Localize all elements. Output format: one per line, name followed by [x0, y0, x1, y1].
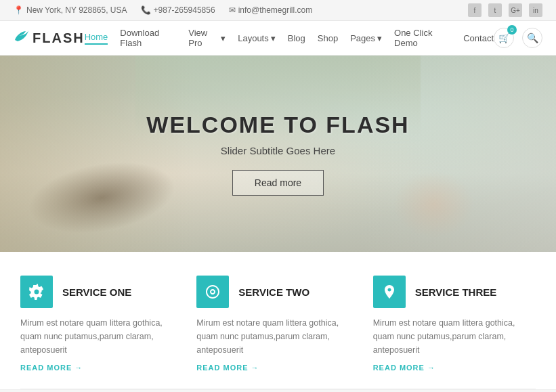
chevron-down-icon: ▾ — [271, 33, 276, 43]
hero-section: WELCOME TO FLASH Slider Subtitle Goes He… — [0, 56, 556, 252]
nav-blog[interactable]: Blog — [288, 33, 305, 43]
hero-content: WELCOME TO FLASH Slider Subtitle Goes He… — [146, 112, 409, 196]
nav-oneclickdemo[interactable]: One Click Demo — [394, 28, 451, 48]
service-item-three: SERVICE THREE Mirum est notare quam litt… — [373, 276, 536, 372]
logo-text: FLASH — [33, 30, 85, 46]
nav-home[interactable]: Home — [85, 32, 108, 45]
service-item-two: SERVICE TWO Mirum est notare quam litter… — [196, 276, 359, 372]
nav-download[interactable]: Download Flash — [120, 28, 176, 48]
logo-icon — [14, 29, 28, 47]
service-title-three: SERVICE THREE — [415, 286, 497, 298]
service-icon-two — [196, 276, 229, 308]
address: 📍 New York, NY 928865, USA — [14, 5, 127, 15]
service-item-one: SERVICE ONE Mirum est notare quam litter… — [20, 276, 183, 372]
service-title-two: SERVICE TWO — [238, 286, 309, 298]
main-nav: Home Download Flash View Pro ▾ Layouts ▾… — [85, 28, 494, 48]
chevron-down-icon: ▾ — [221, 33, 226, 43]
service-header-three: SERVICE THREE — [373, 276, 536, 308]
service-header-one: SERVICE ONE — [20, 276, 183, 308]
nav-viewpro[interactable]: View Pro ▾ — [188, 28, 226, 48]
cart-badge: 0 — [507, 25, 517, 35]
top-bar-contact: 📍 New York, NY 928865, USA 📞 +987-265945… — [14, 5, 312, 15]
service-icon-three — [373, 276, 406, 308]
target-icon — [205, 284, 221, 300]
hero-read-more-button[interactable]: Read more — [232, 170, 324, 196]
nav-layouts[interactable]: Layouts ▾ — [238, 33, 276, 43]
search-button[interactable]: 🔍 — [522, 28, 542, 48]
search-icon: 🔍 — [527, 32, 538, 43]
pin-icon: 📍 — [14, 5, 24, 15]
services-section: SERVICE ONE Mirum est notare quam litter… — [0, 252, 556, 389]
bottom-teaser: FEATURED PRODUCTS — [0, 389, 556, 392]
linkedin-icon[interactable]: in — [529, 3, 542, 17]
service-desc-three: Mirum est notare quam littera gothica, q… — [373, 316, 536, 357]
service-link-one[interactable]: READ MORE → — [20, 364, 183, 372]
twitter-icon[interactable]: t — [488, 3, 502, 17]
email: ✉ info@themegrill.com — [229, 5, 313, 15]
arrow-icon: → — [74, 364, 83, 372]
social-links: f t G+ in — [468, 3, 542, 17]
nav-shop[interactable]: Shop — [318, 33, 338, 43]
arrow-icon: → — [427, 364, 435, 372]
logo[interactable]: FLASH — [14, 29, 85, 47]
service-icon-one — [20, 276, 53, 308]
cart-icon: 🛒 — [498, 32, 510, 43]
service-desc-one: Mirum est notare quam littera gothica, q… — [20, 316, 183, 357]
service-link-three[interactable]: READ MORE → — [373, 364, 536, 372]
nav-actions: 🛒 0 🔍 — [494, 28, 542, 48]
hero-subtitle: Slider Subtitle Goes Here — [146, 145, 409, 156]
gear-icon — [28, 284, 45, 300]
chevron-down-icon: ▾ — [377, 33, 382, 43]
hero-title: WELCOME TO FLASH — [146, 112, 409, 138]
nav-contact[interactable]: Contact — [463, 33, 494, 43]
facebook-icon[interactable]: f — [468, 3, 482, 17]
nav-pages[interactable]: Pages ▾ — [350, 33, 382, 43]
email-icon: ✉ — [229, 5, 236, 15]
service-link-two[interactable]: READ MORE → — [196, 364, 359, 372]
phone-icon: 📞 — [141, 5, 151, 15]
location-icon — [381, 284, 398, 300]
phone: 📞 +987-265945856 — [141, 5, 215, 15]
arrow-icon: → — [251, 364, 259, 372]
service-title-one: SERVICE ONE — [62, 286, 131, 298]
top-bar: 📍 New York, NY 928865, USA 📞 +987-265945… — [0, 0, 556, 21]
header: FLASH Home Download Flash View Pro ▾ Lay… — [0, 21, 556, 56]
cart-button[interactable]: 🛒 0 — [494, 28, 514, 48]
googleplus-icon[interactable]: G+ — [509, 3, 522, 17]
service-header-two: SERVICE TWO — [196, 276, 359, 308]
service-desc-two: Mirum est notare quam littera gothica, q… — [196, 316, 359, 357]
